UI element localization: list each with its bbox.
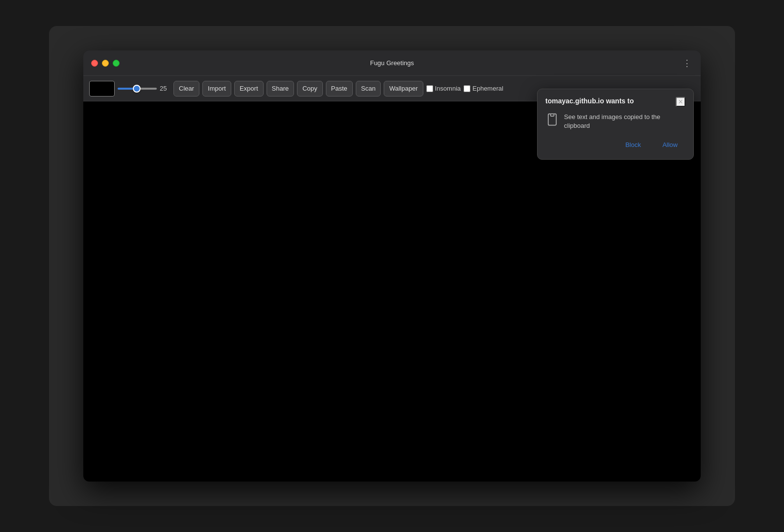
import-button[interactable]: Import [202, 81, 231, 97]
insomnia-checkbox-group[interactable]: Insomnia [426, 85, 461, 92]
ephemeral-checkbox[interactable] [464, 85, 470, 92]
clear-button[interactable]: Clear [173, 81, 199, 97]
traffic-lights [91, 60, 120, 67]
export-button[interactable]: Export [234, 81, 264, 97]
insomnia-label: Insomnia [435, 85, 461, 92]
popup-actions: Block Allow [545, 138, 686, 151]
brush-size-control: 25 [118, 85, 171, 92]
popup-message: See text and images copied to the clipbo… [564, 113, 686, 130]
svg-rect-0 [551, 114, 554, 116]
app-window: Fugu Greetings ⋮ 25 Clear Import Export … [83, 50, 701, 482]
minimize-button[interactable] [102, 60, 109, 67]
window-title: Fugu Greetings [370, 59, 414, 67]
close-button[interactable] [91, 60, 98, 67]
popup-title: tomayac.github.io wants to [545, 97, 634, 105]
ephemeral-label: Ephemeral [472, 85, 503, 92]
share-button[interactable]: Share [267, 81, 294, 97]
paste-button[interactable]: Paste [326, 81, 353, 97]
wallpaper-button[interactable]: Wallpaper [384, 81, 423, 97]
popup-close-button[interactable]: × [676, 97, 686, 107]
insomnia-checkbox[interactable] [426, 85, 433, 92]
maximize-button[interactable] [113, 60, 120, 67]
popup-header: tomayac.github.io wants to × [545, 97, 686, 107]
allow-button[interactable]: Allow [655, 138, 686, 151]
screen-background: Fugu Greetings ⋮ 25 Clear Import Export … [49, 26, 735, 506]
brush-size-slider[interactable] [118, 88, 157, 90]
more-options-button[interactable]: ⋮ [681, 57, 693, 69]
clipboard-icon [545, 113, 559, 126]
color-swatch[interactable] [89, 81, 115, 97]
scan-button[interactable]: Scan [356, 81, 381, 97]
copy-button[interactable]: Copy [297, 81, 322, 97]
block-button[interactable]: Block [617, 138, 649, 151]
ephemeral-checkbox-group[interactable]: Ephemeral [464, 85, 503, 92]
clipboard-permission-popup: tomayac.github.io wants to × See text an… [537, 89, 694, 160]
brush-size-value: 25 [160, 85, 171, 92]
popup-body: See text and images copied to the clipbo… [545, 113, 686, 130]
title-bar: Fugu Greetings ⋮ [83, 50, 701, 76]
